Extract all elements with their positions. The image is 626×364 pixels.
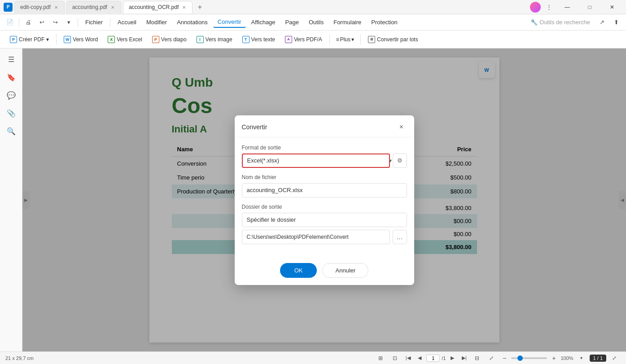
undo-button[interactable]: ↩ [35,16,48,29]
menu-divider-2 [78,18,78,27]
vers-texte-icon: T [242,36,250,43]
toolbar-divider-1 [56,34,57,45]
tab-close-accounting[interactable]: ✕ [110,4,115,11]
print-button[interactable]: 🖨 [22,16,35,29]
modal-body: Format de sortie Excel(*.xlsx) Word(*.do… [235,137,414,258]
menu-formulaire[interactable]: Formulaire [329,17,366,27]
create-pdf-arrow: ▾ [46,36,49,43]
page-dimensions: 21 x 29,7 cm [5,355,34,361]
prev-page-button[interactable]: ◀ [415,353,425,363]
plus-arrow: ▾ [351,36,354,43]
file-icon-button[interactable]: 📄 [4,16,16,29]
zoom-in-button[interactable]: + [549,353,559,363]
sidebar-attachment-icon[interactable]: 📎 [4,106,18,120]
fit-page-button[interactable]: ⊡ [389,352,401,364]
fullscreen-button[interactable]: ⤢ [485,352,498,364]
user-avatar[interactable] [530,2,541,13]
vers-word-button[interactable]: W Vers Word [59,34,102,45]
search-tools-label[interactable]: 🔧 Outils de recherche [527,17,594,27]
create-pdf-button[interactable]: P Créer PDF ▾ [5,34,53,45]
plus-icon: ≡ [336,36,339,43]
menu-fichier[interactable]: Fichier [81,17,107,27]
folder-group: Dossier de sortie Spécifier le dossier C… [242,204,407,244]
redo-button[interactable]: ↪ [49,16,61,29]
vers-pdfa-button[interactable]: A Vers PDF/A [280,34,327,45]
format-settings-button[interactable]: ⚙ [393,153,407,168]
filename-input[interactable] [242,183,407,197]
format-select[interactable]: Excel(*.xlsx) Word(*.docx) PowerPoint(*.… [242,153,390,168]
modal-overlay: Convertir × Format de sortie Excel(*.xls… [22,48,626,351]
filename-group: Nom de fichier [242,174,407,197]
main-layout: ☰ 🔖 💬 📎 🔍 ▶ W Q Umb Cos Initial A Name [0,48,626,351]
folder-browse-button[interactable]: … [393,230,407,244]
menu-protection[interactable]: Protection [367,17,402,27]
view-mode-button[interactable]: ⊞ [374,352,387,364]
ok-button[interactable]: OK [280,263,317,278]
vers-word-icon: W [64,36,71,43]
folder-dropdown[interactable]: Spécifier le dossier [242,213,407,227]
dropdown-button[interactable]: ▾ [62,16,75,29]
zoom-level: 100% [560,355,573,361]
plus-button[interactable]: ≡ Plus ▾ [333,34,358,45]
sidebar-comment-icon[interactable]: 💬 [4,88,18,102]
vers-excel-icon: X [108,36,115,43]
toolbar: P Créer PDF ▾ W Vers Word X Vers Excel P… [0,31,626,48]
new-tab-button[interactable]: + [194,2,205,13]
statusbar: 21 x 29,7 cm ⊞ ⊡ |◀ ◀ /1 ▶ ▶| ⊟ ⤢ − + 10… [0,351,626,364]
create-pdf-icon: P [10,36,17,43]
expand-button[interactable]: ⤢ [608,352,621,364]
search-tools-icon: 🔧 [530,19,538,26]
menu-divider [19,18,19,27]
convertir-lots-icon: ⊞ [368,36,375,43]
menu-divider-3 [110,18,110,27]
minimize-button[interactable]: — [557,0,578,14]
vers-diapo-button[interactable]: P Vers diapo [148,34,191,45]
tab-close-accounting-ocr[interactable]: ✕ [181,4,187,11]
vers-image-icon: I [197,36,204,43]
format-label: Format de sortie [242,145,407,151]
modal-header: Convertir × [235,115,414,137]
zoom-out-button[interactable]: − [499,353,509,363]
page-input[interactable] [426,355,440,362]
toolbar-divider-3 [360,34,361,45]
tab-accounting-ocr[interactable]: accounting_OCR.pdf ✕ [123,1,193,13]
zoom-slider[interactable] [511,357,547,359]
sidebar-bookmark-icon[interactable]: 🔖 [4,70,18,84]
modal-close-button[interactable]: × [396,122,407,132]
convertir-lots-button[interactable]: ⊞ Convertir par lots [363,34,422,45]
vers-texte-button[interactable]: T Vers texte [238,34,280,45]
menu-accueil[interactable]: Accueil [113,17,141,27]
tab-close-edit-copy[interactable]: ✕ [53,4,59,11]
menu-modifier[interactable]: Modifier [142,17,171,27]
maximize-button[interactable]: □ [579,0,600,14]
sidebar-panels-icon[interactable]: ☰ [4,52,18,66]
menu-affichage[interactable]: Affichage [247,17,280,27]
more-options-button[interactable]: ⋮ [543,1,555,13]
statusbar-right: ⊞ ⊡ |◀ ◀ /1 ▶ ▶| ⊟ ⤢ − + 100% ▾ 1 / 1 ⤢ [374,352,621,364]
menu-convertir[interactable]: Convertir [213,17,246,28]
sidebar-search-icon[interactable]: 🔍 [4,124,18,138]
upload-button[interactable]: ⬆ [610,16,622,29]
modal-title: Convertir [242,123,267,131]
page-total-label: /1 [442,355,446,361]
close-window-button[interactable]: ✕ [602,0,622,14]
tab-edit-copy[interactable]: edit-copy.pdf ✕ [14,1,65,13]
zoom-dropdown-button[interactable]: ▾ [575,352,588,364]
last-page-button[interactable]: ▶| [459,353,469,363]
menu-page[interactable]: Page [281,17,303,27]
content-area: ▶ W Q Umb Cos Initial A Name Price [22,48,626,351]
menu-outils[interactable]: Outils [304,17,328,27]
next-page-button[interactable]: ▶ [447,353,457,363]
tab-label: accounting_OCR.pdf [129,4,179,10]
menu-annotations[interactable]: Annotations [172,17,212,27]
vers-excel-button[interactable]: X Vers Excel [103,34,147,45]
share-button[interactable]: ↗ [595,16,608,29]
format-select-wrapper: Excel(*.xlsx) Word(*.docx) PowerPoint(*.… [242,153,407,168]
vers-image-button[interactable]: I Vers image [192,34,237,45]
layout-button[interactable]: ⊟ [471,352,483,364]
cancel-button[interactable]: Annuler [322,263,368,278]
first-page-button[interactable]: |◀ [403,353,413,363]
vers-pdfa-icon: A [285,36,292,43]
folder-path-display: C:\Users\ws\Desktop\PDFelement\Convert [242,230,390,244]
tab-accounting[interactable]: accounting.pdf ✕ [66,1,121,13]
